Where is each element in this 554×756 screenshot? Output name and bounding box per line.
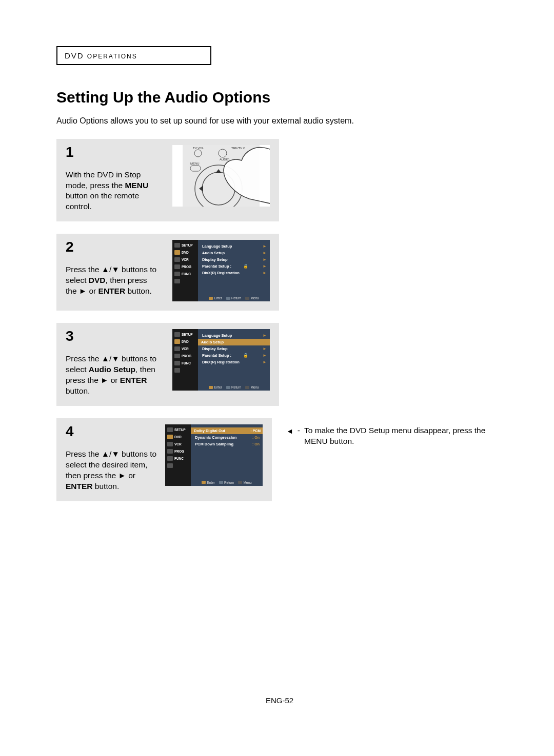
svg-text:MENU: MENU [190,162,200,165]
ret-key-icon [226,297,230,300]
menu-main: Language Setup►Audio Setup►Display Setup… [198,329,270,391]
menu-footer: EnterReturnMenu [198,385,270,389]
menu-item: Audio Setup► [201,250,268,256]
menu-item: Parental Setup :🔓► [201,263,268,270]
chevron-right-icon: ► [264,340,268,344]
menu-item: Parental Setup :🔓► [201,352,268,359]
enter-key-icon [209,297,213,300]
setup-menu-screenshot-2: SETUP DVD VCR PROG FUNC Language Setup►A… [172,240,270,301]
step-number: 4 [66,424,158,439]
menu-item: Audio Setup► [198,339,270,345]
step-block-3: 3 Press the ▲/▼ buttons to select Audio … [56,323,279,406]
enter-key-icon [209,386,213,389]
intro-text: Audio Options allows you to set up sound… [56,115,503,127]
menu-item: Dolby Digital Out: PCM [191,427,263,434]
setup-menu-screenshot-4: SETUP DVD VCR PROG FUNC Dolby Digital Ou… [165,424,263,486]
note-triangle-icon: ◄ [286,426,293,436]
section-header: DVD OPERATIONS [56,46,211,65]
chevron-right-icon: ► [263,353,267,358]
step-number: 3 [66,329,158,343]
page-number: ENG-52 [56,696,503,705]
menu-item: DivX(R) Registration► [201,359,268,365]
chevron-right-icon: ► [263,264,267,269]
menu-item: Language Setup► [201,243,268,250]
note-dash: - [298,425,300,436]
step-number: 2 [66,240,158,254]
ret-key-icon [219,481,223,484]
ret-key-icon [226,386,230,389]
step-block-2: 2 Press the ▲/▼ buttons to select DVD, t… [56,234,279,311]
menu-sidebar: SETUP DVD VCR PROG FUNC [172,240,198,301]
menu-item: PCM Down Sampling: On [194,441,261,447]
svg-text:TV VOL: TV VOL [193,147,204,150]
menu-main: Language Setup►Audio Setup►Display Setup… [198,240,270,301]
note-text: To make the DVD Setup menu disappear, pr… [304,425,503,447]
section-label: DVD [65,51,84,60]
step-block-4: 4 Press the ▲/▼ buttons to select the de… [56,418,272,501]
menu-item: Dynamic Compression: On [194,434,261,441]
menu-key-icon [245,297,249,300]
menu-footer: EnterReturnMenu [191,481,263,484]
menu-key-icon [245,386,249,389]
menu-item: Display Setup► [201,256,268,263]
menu-item: Display Setup► [201,345,268,352]
svg-text:TRK/TV C: TRK/TV C [231,147,246,150]
lock-icon: 🔓 [243,264,248,269]
chevron-right-icon: ► [263,271,267,275]
chevron-right-icon: ► [263,251,267,255]
menu-key-icon [238,481,242,484]
lock-icon: 🔓 [243,353,248,358]
step-4-text: Press the ▲/▼ buttons to select the desi… [66,439,158,492]
step-3-text: Press the ▲/▼ buttons to select Audio Se… [66,343,158,397]
menu-footer: EnterReturnMenu [198,296,270,300]
chevron-right-icon: ► [263,360,267,364]
remote-illustration: TV VOL TRK/TV C AUDIO MENU [172,145,270,207]
menu-main: Dolby Digital Out: PCMDynamic Compressio… [191,424,263,486]
section-label-small: OPERATIONS [87,53,137,60]
chevron-right-icon: ► [263,346,267,351]
enter-key-icon [202,481,206,484]
chevron-right-icon: ► [263,244,267,249]
svg-text:AUDIO: AUDIO [220,158,229,161]
chevron-right-icon: ► [263,333,267,338]
step-block-1: 1 With the DVD in Stop mode, press the M… [56,139,279,222]
page-title: Setting Up the Audio Options [56,89,503,106]
step-4-note: ◄ - To make the DVD Setup menu disappear… [286,418,503,447]
step-number: 1 [66,145,158,159]
chevron-right-icon: ► [263,257,267,262]
menu-item: Language Setup► [201,332,268,339]
step-1-text: With the DVD in Stop mode, press the MEN… [66,159,158,213]
menu-sidebar: SETUP DVD VCR PROG FUNC [165,424,191,486]
menu-item: DivX(R) Registration► [201,270,268,276]
setup-menu-screenshot-3: SETUP DVD VCR PROG FUNC Language Setup►A… [172,329,270,391]
menu-sidebar: SETUP DVD VCR PROG FUNC [172,329,198,391]
step-2-text: Press the ▲/▼ buttons to select DVD, the… [66,254,158,297]
